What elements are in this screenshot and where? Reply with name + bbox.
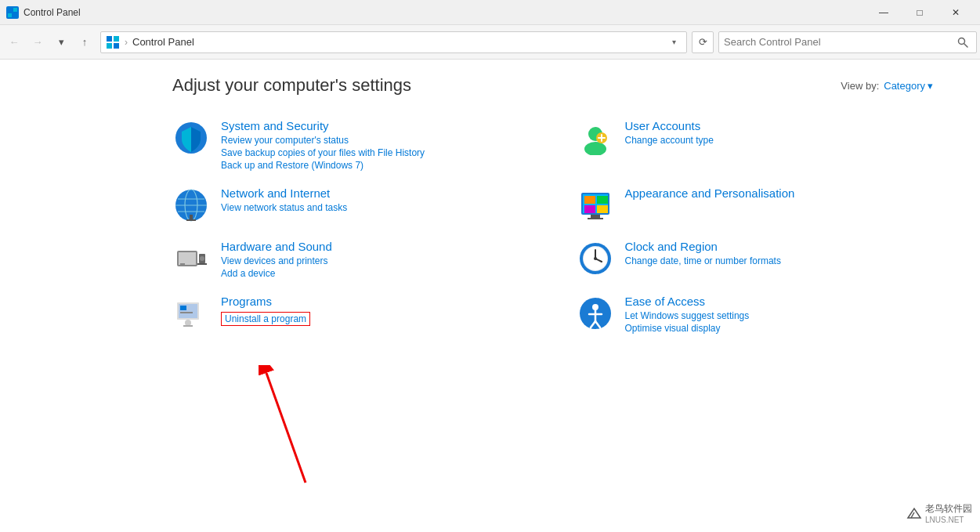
visual-display-link[interactable]: Optimise visual display	[625, 323, 934, 334]
svg-rect-20	[186, 219, 196, 221]
svg-line-9	[964, 43, 968, 47]
svg-rect-3	[13, 13, 17, 17]
recent-locations-button[interactable]: ▾	[50, 31, 72, 53]
svg-rect-1	[13, 8, 17, 12]
address-bar[interactable]: › Control Panel ▾	[100, 31, 687, 53]
svg-rect-44	[180, 312, 193, 313]
programs-content: Programs Uninstall a program	[221, 295, 530, 326]
network-status-link[interactable]: View network status and tasks	[221, 202, 530, 213]
search-input[interactable]	[724, 36, 954, 48]
svg-rect-0	[8, 8, 12, 12]
svg-rect-28	[588, 218, 603, 219]
back-button[interactable]: ←	[3, 31, 25, 53]
category-item-user-accounts[interactable]: User Accounts Change account type	[577, 119, 934, 171]
address-bar-icon	[106, 35, 120, 49]
network-icon	[172, 186, 210, 224]
page-title: Adjust your computer's settings	[172, 75, 411, 96]
review-status-link[interactable]: Review your computer's status	[221, 135, 530, 146]
user-accounts-content: User Accounts Change account type	[625, 119, 934, 146]
change-account-type-link[interactable]: Change account type	[625, 135, 934, 146]
title-bar-controls: — □ ✕	[866, 0, 974, 25]
breadcrumb-separator: ›	[125, 37, 128, 48]
page-header: Adjust your computer's settings View by:…	[172, 75, 933, 96]
category-item-clock-region[interactable]: Clock and Region Change date, time or nu…	[577, 240, 934, 279]
svg-rect-24	[597, 196, 608, 204]
user-accounts-icon	[577, 119, 614, 157]
clock-content: Clock and Region Change date, time or nu…	[625, 240, 934, 266]
ease-of-access-icon	[577, 295, 614, 332]
ease-of-access-title[interactable]: Ease of Access	[625, 295, 934, 308]
uninstall-program-link[interactable]: Uninstall a program	[221, 312, 310, 326]
svg-point-40	[594, 257, 597, 260]
view-by-control: View by: Category ▾	[841, 80, 933, 92]
search-bar[interactable]	[718, 31, 977, 53]
view-by-dropdown[interactable]: Category ▾	[884, 80, 933, 92]
devices-printers-link[interactable]: View devices and printers	[221, 255, 530, 266]
svg-rect-6	[107, 43, 112, 49]
title-bar-text: Control Panel	[24, 7, 81, 18]
category-item-hardware-sound[interactable]: Hardware and Sound View devices and prin…	[172, 240, 530, 279]
search-button[interactable]	[954, 34, 971, 51]
watermark-text: 老鸟软件园	[925, 502, 972, 516]
maximize-button[interactable]: □	[902, 0, 938, 25]
clock-title[interactable]: Clock and Region	[625, 240, 934, 253]
appearance-title[interactable]: Appearance and Personalisation	[625, 186, 934, 200]
svg-rect-27	[591, 215, 600, 218]
category-item-ease-of-access[interactable]: Ease of Access Let Windows suggest setti…	[577, 295, 934, 334]
backup-restore-link[interactable]: Back up and Restore (Windows 7)	[221, 160, 530, 171]
address-text: Control Panel	[132, 36, 666, 48]
close-button[interactable]: ✕	[938, 0, 974, 25]
title-bar: Control Panel — □ ✕	[0, 0, 980, 25]
category-item-appearance[interactable]: Appearance and Personalisation	[577, 186, 934, 224]
svg-point-33	[200, 256, 204, 261]
svg-point-12	[584, 142, 606, 155]
view-by-category: Category	[884, 80, 925, 92]
network-content: Network and Internet View network status…	[221, 186, 530, 213]
programs-title[interactable]: Programs	[221, 295, 530, 308]
svg-rect-4	[107, 36, 112, 42]
system-security-title[interactable]: System and Security	[221, 119, 530, 132]
category-item-programs[interactable]: Programs Uninstall a program	[172, 295, 530, 334]
programs-icon	[172, 295, 210, 332]
refresh-button[interactable]: ⟳	[692, 31, 714, 53]
hardware-content: Hardware and Sound View devices and prin…	[221, 240, 530, 279]
svg-rect-46	[183, 325, 193, 327]
system-security-content: System and Security Review your computer…	[221, 119, 530, 171]
appearance-content: Appearance and Personalisation	[625, 186, 934, 202]
view-by-label: View by:	[841, 80, 879, 92]
main-content: Adjust your computer's settings View by:…	[0, 60, 980, 532]
svg-rect-30	[179, 252, 196, 265]
watermark: 老鸟软件园 LNUS.NET	[906, 502, 972, 524]
clock-icon	[577, 240, 614, 277]
svg-rect-25	[584, 205, 595, 213]
navigation-bar: ← → ▾ ↑ › Control Panel ▾ ⟳	[0, 25, 980, 60]
hardware-title[interactable]: Hardware and Sound	[221, 240, 530, 253]
refresh-icon: ⟳	[699, 36, 707, 48]
windows-suggest-link[interactable]: Let Windows suggest settings	[625, 310, 934, 321]
svg-rect-7	[114, 43, 119, 49]
app-icon	[6, 6, 19, 19]
svg-rect-5	[114, 36, 119, 42]
svg-rect-23	[584, 196, 595, 204]
network-title[interactable]: Network and Internet	[221, 186, 530, 200]
address-dropdown-arrow[interactable]: ▾	[666, 31, 682, 53]
hardware-icon	[172, 240, 210, 277]
add-device-link[interactable]: Add a device	[221, 268, 530, 279]
view-by-arrow: ▾	[928, 80, 933, 92]
minimize-button[interactable]: —	[866, 0, 902, 25]
category-item-network-internet[interactable]: Network and Internet View network status…	[172, 186, 530, 224]
appearance-icon	[577, 186, 614, 224]
svg-rect-26	[597, 205, 608, 213]
category-item-system-security[interactable]: System and Security Review your computer…	[172, 119, 530, 171]
categories-grid: System and Security Review your computer…	[172, 119, 933, 334]
up-button[interactable]: ↑	[74, 31, 96, 53]
svg-rect-2	[8, 13, 12, 17]
svg-rect-34	[197, 263, 207, 265]
user-accounts-title[interactable]: User Accounts	[625, 119, 934, 132]
svg-rect-45	[185, 320, 191, 326]
file-history-link[interactable]: Save backup copies of your files with Fi…	[221, 147, 530, 158]
watermark-subtext: LNUS.NET	[925, 516, 972, 524]
system-security-icon	[172, 119, 210, 157]
date-time-link[interactable]: Change date, time or number formats	[625, 255, 934, 266]
forward-button[interactable]: →	[27, 31, 49, 53]
